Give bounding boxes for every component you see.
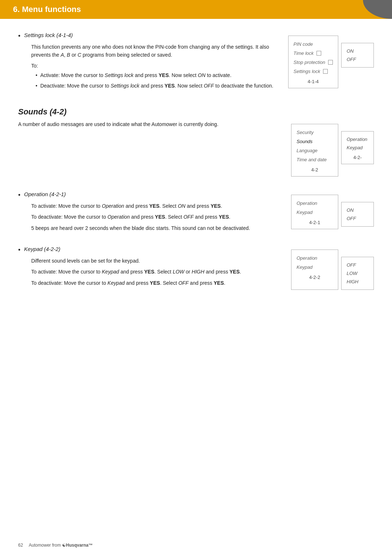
sounds-para: A number of audio messages are used to i… (18, 120, 284, 128)
keypad-para3: To deactivate: Move the cursor to Keypad… (31, 279, 284, 287)
settings-lock-sub-bullets: • Activate: Move the cursor to Settings … (36, 72, 281, 90)
keypad-section: • Keypad (4-2-2) Different sound levels … (18, 246, 374, 290)
pin-code-item: PIN code (294, 40, 333, 49)
operation-submenu: ON OFF (341, 202, 374, 227)
keypad-menu-box: Operation Keypad 4-2-2 (291, 250, 338, 290)
kp-low-item: LOW (347, 269, 368, 278)
keypad-para2: To activate: Move the cursor to Keypad a… (31, 268, 284, 276)
keypad-submenu: OFF LOW HIGH (341, 257, 374, 290)
kp-operation-item: Operation (297, 254, 333, 263)
operation-bullet: • Operation (4-2-1) (18, 191, 284, 198)
settings-lock-diagram: PIN code Time lock Stop protection Setti… (288, 36, 374, 88)
to-label: To: (31, 63, 281, 69)
bullet-dot: • (18, 33, 20, 39)
keypad-bullet-dot: • (18, 247, 20, 253)
sounds-diagram: Security Sounds Language Time and date 4… (291, 124, 374, 177)
stop-protection-item: Stop protection (294, 58, 333, 67)
operation-diagram: Operation Keypad 4-2-1 ON OFF (291, 195, 374, 229)
op-on-item: ON (347, 206, 368, 214)
on-item: ON (347, 47, 368, 55)
settings-lock-checkbox (323, 69, 328, 74)
operation-para2: To deactivate: Move the cursor to Operat… (31, 213, 284, 221)
sounds-section: A number of audio messages are used to i… (18, 120, 374, 177)
kp-high-item: HIGH (347, 278, 368, 286)
sounds-code: 4-2 (297, 167, 333, 173)
sounds-submenu-box: Operation Keypad 4-2- (341, 131, 374, 164)
operation-para1: To activate: Move the cursor to Operatio… (31, 202, 284, 210)
keypad-para1: Different sound levels can be set for th… (31, 257, 284, 265)
keypad-label: Keypad (4-2-2) (24, 246, 60, 252)
settings-lock-bullet: • Settings lock (4-1-4) (18, 32, 281, 39)
language-item: Language (297, 146, 333, 155)
husqvarna-icon: ☯ (62, 543, 66, 548)
page-content: • Settings lock (4-1-4) This function pr… (0, 19, 392, 323)
security-item: Security (297, 128, 333, 137)
footer-brand-text: Automower from ☯Husqvarna™ (29, 543, 93, 548)
keypad-bullet: • Keypad (4-2-2) (18, 246, 284, 253)
kp-off-item: OFF (347, 261, 368, 269)
off-item: OFF (347, 55, 368, 64)
settings-lock-para1: This function prevents any one who does … (31, 43, 281, 59)
sounds-heading: Sounds (4-2) (18, 107, 374, 117)
kp-keypad-item: Keypad (297, 263, 333, 272)
settings-lock-label: Settings lock (4-1-4) (24, 32, 73, 38)
settings-lock-item: Settings lock (294, 67, 333, 76)
time-lock-checkbox (317, 51, 321, 56)
time-date-item: Time and date (297, 155, 333, 164)
operation-text-col: • Operation (4-2-1) To activate: Move th… (18, 191, 284, 235)
time-lock-item: Time lock (294, 49, 333, 58)
settings-lock-menu-box: PIN code Time lock Stop protection Setti… (288, 36, 338, 88)
settings-lock-code: 4-1-4 (294, 79, 333, 84)
footer-page-number: 62 (18, 543, 23, 548)
op-off-item: OFF (347, 214, 368, 223)
sounds-menu-box: Security Sounds Language Time and date 4… (291, 124, 338, 177)
settings-lock-submenu: ON OFF (341, 43, 374, 68)
activate-text: Activate: Move the cursor to Settings lo… (40, 72, 232, 79)
keypad-code: 4-2-2 (297, 275, 333, 280)
operation-menu-box: Operation Keypad 4-2-1 (291, 195, 338, 229)
keypad-diagram: Operation Keypad 4-2-2 OFF LOW HIGH (291, 250, 374, 290)
keypad-text-col: • Keypad (4-2-2) Different sound levels … (18, 246, 284, 290)
header-bar: 6. Menu functions (0, 0, 392, 19)
op-operation-item: Operation (297, 199, 333, 208)
operation-code: 4-2-1 (297, 220, 333, 225)
operation-bullet-dot: • (18, 192, 20, 198)
sounds-text-col: A number of audio messages are used to i… (18, 120, 284, 131)
deactivate-text: Deactivate: Move the cursor to Settings … (40, 82, 273, 90)
operation-para3: 5 beeps are heard over 2 seconds when th… (31, 224, 284, 232)
deactivate-bullet: • Deactivate: Move the cursor to Setting… (36, 82, 281, 90)
keypad-sub-item: Keypad (347, 143, 368, 152)
operation-sub-item: Operation (347, 135, 368, 143)
settings-lock-section: • Settings lock (4-1-4) This function pr… (18, 32, 374, 93)
op-keypad-item: Keypad (297, 208, 333, 217)
page-title: 6. Menu functions (13, 5, 81, 14)
sounds-sub-code: 4-2- (347, 155, 368, 160)
footer: 62 Automower from ☯Husqvarna™ (18, 543, 374, 548)
operation-section: • Operation (4-2-1) To activate: Move th… (18, 191, 374, 235)
settings-lock-text-col: • Settings lock (4-1-4) This function pr… (18, 32, 281, 93)
activate-bullet: • Activate: Move the cursor to Settings … (36, 72, 281, 79)
sounds-item: Sounds (297, 137, 333, 146)
stop-protection-checkbox (328, 60, 333, 65)
operation-label: Operation (4-2-1) (24, 191, 66, 197)
